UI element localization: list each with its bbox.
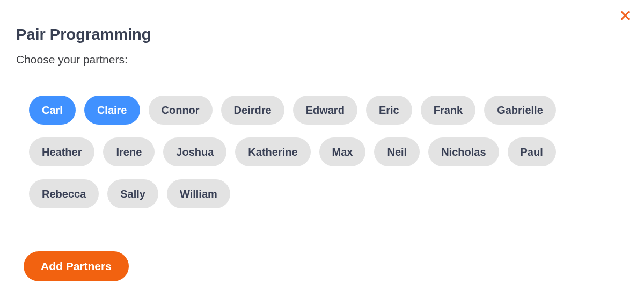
partner-chip-label: Neil (387, 146, 407, 158)
partner-chip-label: Sally (120, 188, 145, 200)
partner-chip[interactable]: Joshua (163, 137, 226, 166)
partner-chip[interactable]: Edward (293, 96, 357, 125)
partner-chip[interactable]: William (167, 179, 230, 208)
partner-chip[interactable]: Sally (107, 179, 158, 208)
partner-chip-label: Katherine (248, 146, 297, 158)
partner-chip-label: Carl (42, 104, 63, 117)
partner-chip-label: Nicholas (441, 146, 486, 158)
partner-chip-label: Irene (116, 146, 142, 158)
partner-chip-label: William (180, 188, 217, 200)
partner-chip[interactable]: Irene (103, 137, 155, 166)
partner-chip[interactable]: Rebecca (29, 179, 99, 208)
add-partners-label: Add Partners (41, 260, 112, 273)
partner-chip[interactable]: Connor (149, 96, 213, 125)
partner-chip[interactable]: Claire (84, 96, 140, 125)
partner-chip[interactable]: Carl (29, 96, 76, 125)
partner-chip-label: Claire (97, 104, 127, 117)
page-title: Pair Programming (16, 26, 628, 43)
partner-chip[interactable]: Max (319, 137, 366, 166)
partner-chip-label: Deirdre (234, 104, 272, 117)
partner-chip[interactable]: Neil (374, 137, 420, 166)
partner-chip-label: Edward (306, 104, 345, 117)
close-icon (619, 10, 631, 24)
close-button[interactable] (619, 10, 631, 24)
partner-chip-label: Frank (434, 104, 463, 117)
partner-list: CarlClaireConnorDeirdreEdwardEricFrankGa… (16, 96, 628, 208)
partner-chip-label: Eric (379, 104, 399, 117)
page-subtitle: Choose your partners: (16, 53, 628, 66)
partner-chip[interactable]: Eric (366, 96, 412, 125)
partner-chip[interactable]: Gabrielle (484, 96, 556, 125)
partner-chip-label: Max (332, 146, 353, 158)
partner-chip[interactable]: Deirdre (221, 96, 284, 125)
partner-chip[interactable]: Nicholas (428, 137, 499, 166)
partner-chip-label: Rebecca (42, 188, 86, 200)
partner-chip[interactable]: Paul (508, 137, 556, 166)
add-partners-button[interactable]: Add Partners (24, 251, 129, 281)
partner-chip-label: Joshua (176, 146, 214, 158)
partner-chip-label: Connor (162, 104, 200, 117)
partner-chip[interactable]: Katherine (235, 137, 310, 166)
partner-chip[interactable]: Heather (29, 137, 94, 166)
partner-chip-label: Heather (42, 146, 82, 158)
partner-chip-label: Gabrielle (497, 104, 543, 117)
partner-chip[interactable]: Frank (421, 96, 475, 125)
partner-chip-label: Paul (521, 146, 543, 158)
